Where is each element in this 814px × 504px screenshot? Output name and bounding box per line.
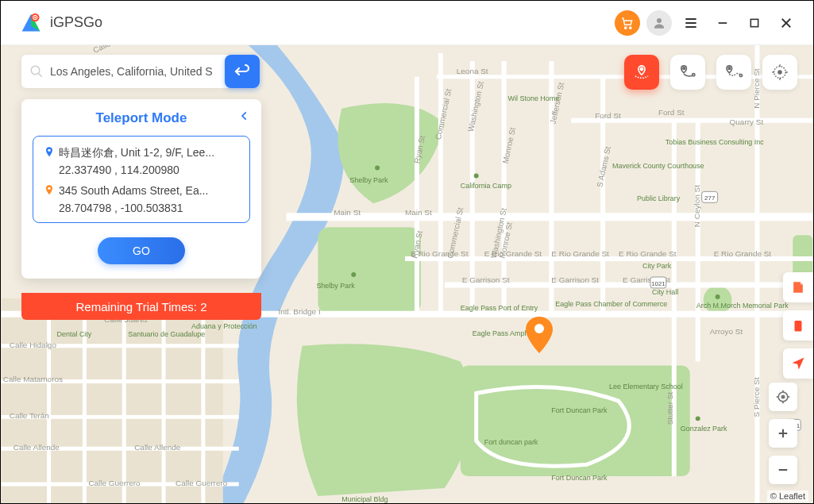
svg-text:Shelby Park: Shelby Park — [349, 176, 388, 184]
menu-button[interactable] — [678, 10, 704, 36]
svg-text:Arroyo St: Arroyo St — [710, 327, 743, 336]
svg-text:Calle Guerrero: Calle Guerrero — [88, 479, 141, 487]
svg-text:Municipal Bldg: Municipal Bldg — [341, 495, 388, 503]
svg-point-116 — [31, 66, 40, 75]
svg-point-84 — [351, 272, 356, 277]
svg-point-16 — [704, 286, 732, 314]
svg-text:Calle Allende: Calle Allende — [14, 443, 60, 452]
svg-text:Calle Guerrero: Calle Guerrero — [176, 479, 228, 487]
svg-point-98 — [716, 294, 720, 299]
maximize-button[interactable] — [742, 10, 767, 36]
svg-point-115 — [534, 324, 544, 333]
svg-text:1021: 1021 — [651, 280, 665, 287]
svg-text:Arch M.Morch Memorial Park: Arch M.Morch Memorial Park — [696, 302, 789, 310]
location-card: 時昌迷你倉, Unit 1-2, 9/F, Lee... 22.337490 ,… — [33, 136, 250, 223]
svg-point-121 — [728, 67, 730, 69]
svg-text:Calle Hidalgo: Calle Hidalgo — [10, 340, 57, 349]
svg-rect-127 — [795, 321, 802, 332]
svg-text:S Pierce St: S Pierce St — [752, 377, 761, 417]
svg-text:Tobias Business Consulting Inc: Tobias Business Consulting Inc — [665, 138, 764, 146]
titlebar: iGPSGo — [1, 1, 813, 45]
svg-point-86 — [474, 173, 479, 178]
svg-text:Quarry St: Quarry St — [730, 117, 764, 126]
svg-text:Gonzalez Park: Gonzalez Park — [681, 425, 727, 433]
pin-start-icon — [43, 146, 59, 162]
svg-text:E Rio Grande St: E Rio Grande St — [714, 249, 772, 258]
panel-back-button[interactable] — [236, 107, 253, 128]
map-attribution: © Leaflet — [767, 491, 808, 502]
multi-spot-mode-button[interactable] — [716, 55, 751, 90]
map-area[interactable]: Main St Main St E Garrison St E Garrison… — [1, 45, 813, 503]
search-input[interactable] — [50, 65, 252, 78]
svg-text:Stutter St: Stutter St — [665, 392, 674, 425]
svg-point-4 — [657, 18, 662, 23]
svg-text:Wil Stone Home: Wil Stone Home — [508, 94, 560, 102]
go-button[interactable]: GO — [98, 237, 185, 264]
app-logo-icon — [20, 12, 42, 34]
svg-point-1 — [34, 16, 36, 17]
locate-me-button[interactable] — [769, 383, 797, 411]
svg-text:Shelby Park: Shelby Park — [316, 282, 355, 290]
svg-text:Ford St: Ford St — [658, 108, 685, 117]
svg-text:California Camp: California Camp — [461, 182, 511, 190]
svg-text:277: 277 — [704, 194, 716, 202]
svg-text:City Hall: City Hall — [652, 288, 678, 296]
svg-text:Ford St: Ford St — [595, 111, 621, 120]
svg-point-120 — [692, 74, 695, 76]
joystick-mode-button[interactable] — [762, 55, 797, 90]
svg-point-3 — [630, 26, 631, 28]
svg-text:Fort Duncan Park: Fort Duncan Park — [551, 406, 608, 414]
svg-text:Eagle Pass Chamber of Commerce: Eagle Pass Chamber of Commerce — [555, 300, 667, 308]
loc1-address: 時昌迷你倉, Unit 1-2, 9/F, Lee... — [59, 144, 214, 161]
svg-text:City Park: City Park — [642, 262, 672, 270]
teleport-mode-button[interactable] — [624, 55, 659, 90]
history-button[interactable] — [783, 272, 813, 302]
svg-text:N Ceylon St: N Ceylon St — [692, 185, 701, 227]
cart-button[interactable] — [615, 10, 640, 36]
map-pin-icon[interactable] — [525, 317, 554, 356]
svg-text:Santuario de Guadalupe: Santuario de Guadalupe — [128, 330, 205, 338]
app-title: iGPSGo — [50, 14, 102, 31]
svg-point-129 — [781, 395, 784, 398]
zoom-controls — [769, 383, 797, 484]
minimize-button[interactable] — [710, 10, 735, 36]
search-icon — [29, 64, 44, 79]
svg-rect-17 — [2, 298, 223, 503]
svg-point-125 — [48, 149, 50, 152]
svg-text:Eagle Pass Port of Entry: Eagle Pass Port of Entry — [461, 304, 538, 312]
svg-text:Public Library: Public Library — [637, 194, 681, 202]
svg-text:Maverick County Courthouse: Maverick County Courthouse — [612, 162, 704, 170]
svg-point-126 — [48, 187, 50, 190]
svg-point-2 — [625, 26, 627, 28]
svg-text:E Rio Grande St: E Rio Grande St — [619, 249, 677, 258]
svg-text:Intl. Bridge I: Intl. Bridge I — [279, 307, 321, 316]
navigate-button[interactable] — [783, 348, 813, 379]
close-button[interactable] — [773, 10, 799, 36]
svg-text:E Rio Grande St: E Rio Grande St — [551, 249, 609, 258]
tool-rail — [783, 272, 813, 387]
user-button[interactable] — [646, 10, 672, 36]
svg-text:E Garrison St: E Garrison St — [551, 275, 599, 284]
svg-text:Aduana y Protección: Aduana y Protección — [191, 322, 257, 330]
svg-point-118 — [640, 67, 642, 70]
two-spot-mode-button[interactable] — [670, 55, 705, 90]
trial-banner: Remaining Trial Times: 2 — [21, 293, 261, 320]
mode-row — [624, 55, 797, 90]
svg-text:Calle Matamoros: Calle Matamoros — [3, 375, 63, 383]
svg-rect-13 — [318, 227, 421, 314]
loc1-coords: 22.337490 , 114.200980 — [59, 164, 240, 176]
svg-point-119 — [683, 67, 685, 69]
svg-text:Main St: Main St — [405, 208, 432, 217]
svg-point-82 — [375, 165, 380, 170]
delete-button[interactable] — [783, 310, 813, 340]
svg-text:Fort Duncan Park: Fort Duncan Park — [551, 474, 608, 482]
svg-text:Dental City: Dental City — [57, 330, 92, 338]
loc2-address: 345 South Adams Street, Ea... — [59, 183, 208, 199]
search-go-button[interactable] — [225, 55, 260, 88]
svg-point-103 — [696, 416, 700, 421]
svg-rect-9 — [750, 19, 758, 26]
svg-text:Calle Allende: Calle Allende — [134, 443, 181, 452]
zoom-in-button[interactable] — [769, 419, 797, 448]
zoom-out-button[interactable] — [769, 456, 797, 484]
svg-text:Fort duncan park: Fort duncan park — [484, 438, 538, 446]
